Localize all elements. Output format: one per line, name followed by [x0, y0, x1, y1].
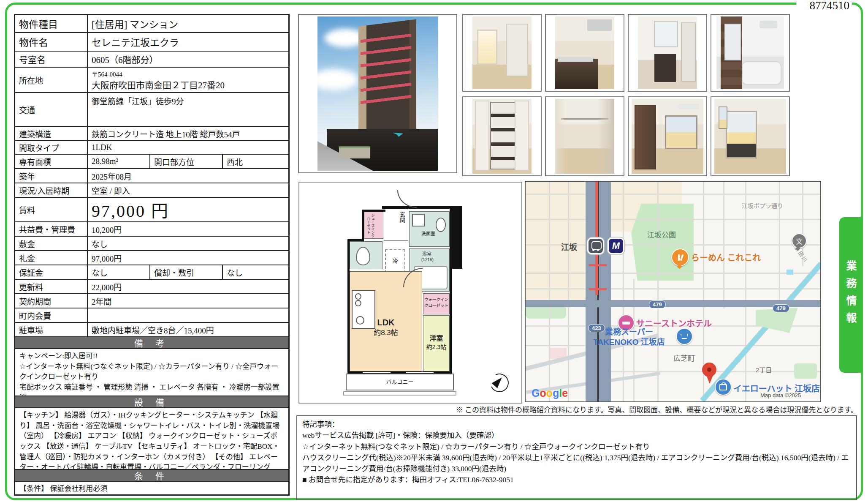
row-value: 10,200円	[88, 222, 288, 236]
google-logo-letter: G	[532, 387, 540, 399]
open-door-shape	[515, 101, 529, 171]
route-badge-479: 479	[649, 300, 666, 308]
dark-door-shape	[635, 105, 656, 169]
counter-top-shape	[558, 57, 593, 61]
photo-bathroom	[711, 14, 790, 92]
map-street	[657, 182, 659, 402]
conditions-text: 【条件】 保証会社利用必須	[15, 482, 111, 494]
map-landuse-block	[526, 182, 588, 303]
shelf-stack-shape	[490, 102, 515, 169]
table-row-structure: 建築構造鉄筋コンクリート造 地上10階 総戸数54戸	[15, 127, 288, 141]
photo-kitchen-image	[555, 16, 614, 89]
wall	[382, 206, 452, 209]
photo-vanity	[628, 14, 707, 92]
bathtub-shape	[742, 61, 781, 85]
map-water-patch	[787, 270, 793, 275]
table-row-remarks-text: キャンペーン:即入居可!! ☆インターネット無料(つなぐネット限定) / ☆カラ…	[15, 349, 288, 396]
row-value: 御堂筋線「江坂」徒歩9分	[88, 93, 288, 126]
door-shape	[681, 22, 696, 82]
balcony-step	[343, 391, 456, 396]
walkin-label-2: クローゼット	[423, 303, 449, 308]
corner-shade-shape	[555, 99, 566, 174]
row-value: 2年間	[88, 294, 288, 308]
map-street	[779, 182, 780, 300]
wall	[362, 210, 364, 241]
business-info-tab: 業務情報	[839, 217, 862, 373]
table-row-key-money: 礼金97,000円	[15, 251, 288, 265]
kitchen-counter-plan	[352, 290, 375, 329]
map-street	[568, 182, 569, 402]
window-shape	[477, 30, 497, 65]
train-wheel-shape	[597, 249, 599, 251]
map-street	[623, 182, 624, 402]
town-label-hiroshiba: 広芝町	[673, 352, 695, 363]
table-row-rent: 賃料97,000 円	[15, 198, 288, 222]
row-value: 97,000 円	[88, 198, 288, 221]
table-row-renewal-fee: 更新料22,000円	[15, 280, 288, 294]
photo-bedroom-image	[632, 99, 703, 174]
bath-label: 浴室	[422, 251, 431, 257]
vent-shape	[760, 21, 777, 28]
row-label: 号室名	[15, 52, 88, 67]
washroom-label: 洗面室	[421, 231, 435, 237]
row-value-1: なし	[88, 265, 150, 279]
table-row-status-movein: 現況/入居時期空室 / 即入	[15, 183, 288, 198]
row-label: 物件種目	[15, 15, 88, 32]
entrance-label: 玄関	[399, 212, 405, 223]
map-street	[526, 288, 821, 289]
cloud-shape	[317, 69, 358, 90]
row-value: なし	[88, 237, 288, 250]
postal-code: 〒564-0044	[92, 69, 122, 78]
photo-room	[462, 14, 542, 92]
business-info-tab-label: 業務情報	[843, 260, 858, 330]
fridge-label: 冷	[392, 258, 398, 265]
row-value: 2025年08月	[88, 169, 288, 183]
photo-walkin-closet-image	[555, 99, 614, 174]
kitchen-counter-shape	[555, 59, 598, 89]
table-row-equipment-header: 設 備	[15, 396, 288, 408]
toilet-room	[350, 241, 382, 269]
western-room: 洋室 約2.3帖	[423, 315, 450, 371]
metro-m-glyph: M	[611, 240, 621, 251]
remarks-text: キャンペーン:即入居可!! ☆インターネット無料(つなぐネット限定) / ☆カラ…	[15, 349, 288, 396]
doc-number: 8774510	[796, 0, 849, 12]
photo-kitchen	[545, 14, 624, 92]
row-label: 築年	[15, 169, 88, 183]
toilet-shape	[356, 247, 370, 265]
table-row-remarks-header: 備 考	[15, 337, 288, 349]
photo-living	[711, 96, 790, 176]
route-badge-479b: 479	[773, 304, 789, 312]
table-row-common-fee: 共益費・管理費10,200円	[15, 222, 288, 237]
row-label-2: 償却・敷引	[150, 265, 223, 279]
row-label: 保証金	[15, 265, 88, 279]
photo-room-image	[472, 16, 532, 89]
western-size-label: 約2.3帖	[423, 344, 449, 351]
map-rail-tick	[589, 264, 607, 266]
burner-shape	[355, 300, 361, 306]
property-table: 物件種目[住居用] マンション物件名セレニテ江坂エクラ号室名0605（6階部分）…	[14, 14, 290, 496]
table-row-deposit: 敷金なし	[15, 237, 288, 251]
walkin-label-1: ウォークイン	[423, 297, 449, 302]
town-label-2chome: 2丁目	[756, 365, 772, 374]
burner-shape	[355, 293, 361, 300]
open-door-shape	[475, 101, 490, 171]
street-name-label: 江坂ポプラ通り	[742, 201, 783, 210]
row-label: 専有面積	[15, 155, 88, 168]
row-label: 共益費・管理費	[15, 222, 88, 236]
vanity-cabinet-shape	[654, 54, 675, 82]
photo-bathroom-image	[716, 16, 784, 89]
entrance-door-arc	[397, 190, 417, 208]
shoes-closet-label: シューズインクローゼット	[366, 213, 374, 238]
row-value: 97,000円	[88, 251, 288, 265]
property-flyer-page: 8774510 物件種目[住居用] マンション物件名セレニテ江坂エクラ号室名06…	[0, 0, 868, 502]
yellowhat-poi-icon	[715, 379, 732, 396]
row-value: 敷地内駐車場／空き8台／15,400円	[88, 323, 288, 336]
photo-bedroom	[628, 96, 707, 176]
window-gap	[406, 372, 434, 373]
floorplan: シューズインクローゼット 玄関 洗面室 浴室 (1216) 冷 LDK 約8.3…	[298, 182, 522, 404]
row-label-2: 開口部方位	[150, 155, 223, 168]
map-street	[549, 182, 550, 402]
wall	[347, 239, 364, 241]
table-row-area: 専有面積28.98m²開口部方位西北	[15, 155, 288, 169]
row-label: 駐車場	[15, 323, 88, 336]
